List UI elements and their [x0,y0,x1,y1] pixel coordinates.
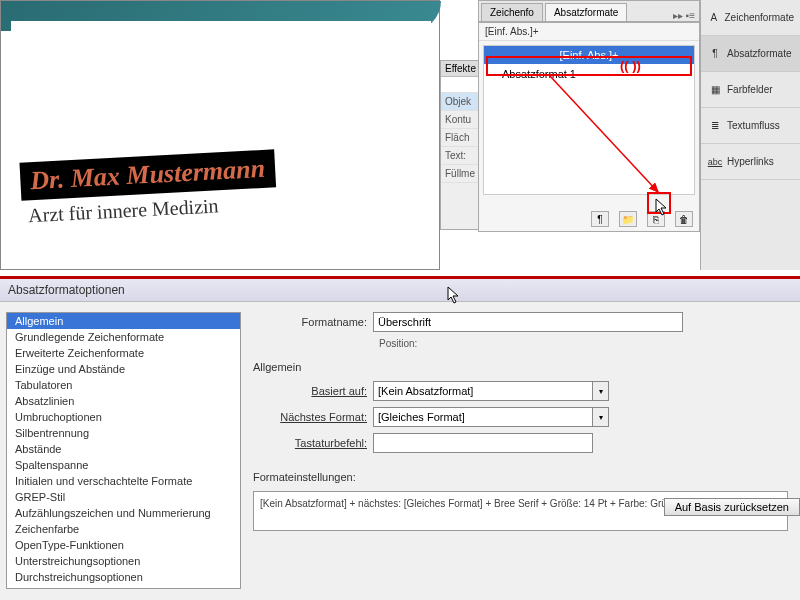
rt-farbfelder[interactable]: ▦Farbfelder [701,72,800,108]
panel-tab-bar: Zeichenfo Absatzformate ▸▸ ▪≡ [478,0,700,22]
rt-absatzformate[interactable]: ¶Absatzformate [701,36,800,72]
label-formateinstellungen: Formateinstellungen: [253,471,788,483]
rt-label: Zeichenformate [725,12,794,23]
new-group-button[interactable]: 📁 [619,211,637,227]
swatches-icon: ▦ [707,82,723,98]
sidebar-item[interactable]: Abstände [7,441,240,457]
dialog-main: Formatname: Position: Allgemein Basiert … [247,302,800,599]
sidebar-item[interactable]: Durchstreichungsoptionen [7,569,240,585]
sidebar-item[interactable]: Initialen und verschachtelte Formate [7,473,240,489]
rt-label: Farbfelder [727,84,773,95]
textwrap-icon: ≣ [707,118,723,134]
label-formatname: Formatname: [253,316,373,328]
clear-overrides-button[interactable]: ¶ [591,211,609,227]
rt-label: Hyperlinks [727,156,774,167]
panel-header: [Einf. Abs.]+ [479,23,699,41]
hyperlink-icon: abc [707,154,723,170]
sidebar-item[interactable]: GREP-Stil [7,489,240,505]
cursor-icon [655,198,669,218]
sidebar-item[interactable]: Aufzählungszeichen und Nummerierung [7,505,240,521]
sidebar-item[interactable]: Silbentrennung [7,425,240,441]
annotation-parens: (( )) [620,58,641,73]
dialog-title: Absatzformatoptionen [0,279,800,302]
basiert-select[interactable] [373,381,593,401]
cursor-icon [447,286,461,306]
sidebar-item[interactable]: Spaltenspanne [7,457,240,473]
sidebar-item[interactable]: Zeichenfarbe [7,521,240,537]
reset-button[interactable]: Auf Basis zurücksetzen [664,498,800,516]
delete-style-button[interactable]: 🗑 [675,211,693,227]
para-format-icon: ¶ [707,46,723,62]
label-basiert: Basiert auf: [253,385,373,397]
rt-hyperlinks[interactable]: abcHyperlinks [701,144,800,180]
tab-absatzformate[interactable]: Absatzformate [545,3,627,21]
sidebar-item[interactable]: Umbruchoptionen [7,409,240,425]
styles-list: [Einf. Abs.]+ Absatzformat 1 [483,45,695,195]
section-allgemein: Allgemein [253,361,788,373]
label-naechstes: Nächstes Format: [253,411,373,423]
panel-collapse-icon[interactable]: ▸▸ ▪≡ [669,10,699,21]
right-toolbar: AZeichenformate ¶Absatzformate ▦Farbfeld… [700,0,800,270]
label-position: Position: [379,338,788,349]
sidebar-item[interactable]: Absatzlinien [7,393,240,409]
dropdown-icon[interactable]: ▾ [593,381,609,401]
naechstes-select[interactable] [373,407,593,427]
dropdown-icon[interactable]: ▾ [593,407,609,427]
sidebar-item[interactable]: Einzüge und Abstände [7,361,240,377]
tab-zeichenformate[interactable]: Zeichenfo [481,3,543,21]
rt-label: Absatzformate [727,48,791,59]
dialog-sidebar: Allgemein Grundlegende Zeichenformate Er… [6,312,241,589]
sidebar-item[interactable]: OpenType-Funktionen [7,537,240,553]
style-absatzformat-1[interactable]: Absatzformat 1 [484,64,694,84]
sidebar-item[interactable]: Tabulatoren [7,377,240,393]
char-format-icon: A [707,10,721,26]
sidebar-item[interactable]: Grundlegende Zeichenformate [7,329,240,345]
sidebar-item[interactable]: Unterstreichungsoptionen [7,553,240,569]
sidebar-item[interactable]: Erweiterte Zeichenformate [7,345,240,361]
paragraph-style-options-dialog: Absatzformatoptionen Allgemein Grundlege… [0,276,800,600]
tastatur-input[interactable] [373,433,593,453]
label-tastatur: Tastaturbefehl: [253,437,373,449]
rt-zeichenformate[interactable]: AZeichenformate [701,0,800,36]
rt-textumfluss[interactable]: ≣Textumfluss [701,108,800,144]
formatname-input[interactable] [373,312,683,332]
canvas: Dr. Max Mustermann Arzt für innere Mediz… [11,21,431,251]
document-preview: Dr. Max Mustermann Arzt für innere Mediz… [0,0,440,270]
style-basic-paragraph[interactable]: [Einf. Abs.]+ [484,46,694,64]
rt-label: Textumfluss [727,120,780,131]
sidebar-item-allgemein[interactable]: Allgemein [7,313,240,329]
